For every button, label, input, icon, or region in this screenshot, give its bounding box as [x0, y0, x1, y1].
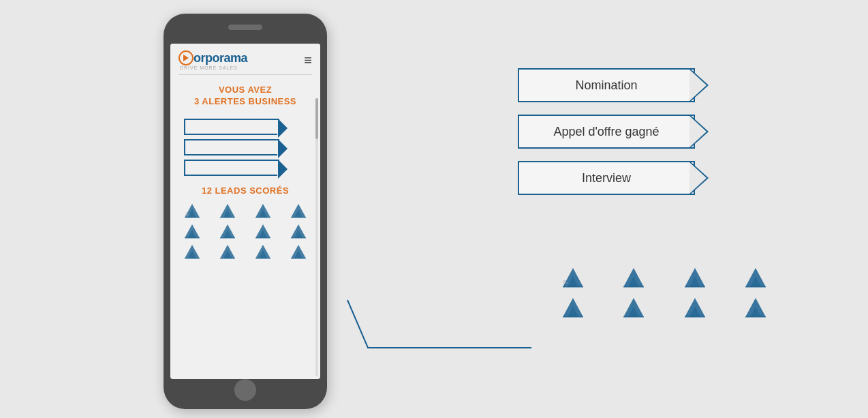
label-appel[interactable]: Appel d'offre gagné: [518, 115, 709, 149]
right-lead-icon-2: [606, 266, 662, 290]
phone-screen: orporama DRIVE MORE SALES ≡ VOUS AVEZ 3 …: [170, 44, 320, 379]
right-panel: Nomination Appel d'offre gagné Interview: [518, 68, 736, 215]
label-appel-shape: Appel d'offre gagné: [518, 115, 695, 149]
label-interview-arrow-inner: [689, 162, 707, 194]
lead-icon-8: [282, 223, 315, 241]
svg-rect-37: [291, 258, 306, 259]
badge-shape-inner-3: [277, 161, 285, 177]
right-lead-icon-8: [728, 296, 784, 320]
right-leads-grid: [545, 266, 784, 320]
hamburger-menu-icon[interactable]: ≡: [304, 53, 312, 68]
label-interview[interactable]: Interview: [518, 161, 709, 195]
phone-speaker: [228, 25, 262, 30]
badge-item-2[interactable]: [184, 139, 307, 155]
label-appel-text: Appel d'offre gagné: [553, 125, 659, 139]
right-lead-icon-6: [606, 296, 662, 320]
svg-rect-57: [623, 316, 644, 318]
alerts-line1: VOUS AVEZ: [177, 85, 313, 96]
alerts-title: VOUS AVEZ 3 ALERTES BUSINESS: [177, 85, 313, 108]
svg-rect-48: [685, 286, 705, 288]
badge-shape-2: [184, 139, 279, 155]
label-interview-shape: Interview: [518, 161, 695, 195]
lead-icon-9: [176, 243, 208, 261]
lead-icon-2: [211, 203, 244, 220]
phone-body: orporama DRIVE MORE SALES ≡ VOUS AVEZ 3 …: [164, 14, 327, 409]
lead-icon-10: [211, 243, 244, 261]
lead-icon-5: [176, 223, 208, 241]
label-nomination-arrow-inner: [689, 70, 707, 101]
svg-rect-2: [185, 217, 200, 218]
svg-rect-22: [255, 237, 270, 239]
lead-icon-3: [247, 203, 279, 220]
screen-scrollbar-thumb: [315, 98, 318, 139]
svg-rect-25: [291, 237, 306, 239]
lead-icon-6: [211, 223, 244, 241]
svg-rect-13: [291, 217, 306, 218]
badge-shape-1: [184, 119, 279, 135]
svg-rect-19: [220, 237, 235, 239]
badge-item-1[interactable]: [184, 119, 307, 135]
alerts-section: VOUS AVEZ 3 ALERTES BUSINESS: [170, 75, 320, 113]
badge-shape-inner-1: [277, 120, 285, 136]
lead-icon-7: [247, 223, 279, 241]
svg-rect-16: [185, 237, 200, 239]
right-lead-icon-1: [545, 266, 601, 290]
svg-rect-60: [685, 316, 705, 318]
label-nomination-shape: Nomination: [518, 68, 695, 102]
badge-shape-inner-2: [277, 140, 285, 157]
alert-badges: [170, 113, 320, 181]
lead-icon-4: [282, 203, 315, 220]
svg-rect-7: [220, 217, 235, 218]
logo-circle-icon: [179, 50, 193, 65]
lead-icon-11: [247, 243, 279, 261]
svg-rect-51: [745, 286, 766, 288]
right-lead-icon-7: [667, 296, 723, 320]
phone-mockup: orporama DRIVE MORE SALES ≡ VOUS AVEZ 3 …: [164, 14, 327, 409]
label-nomination-text: Nomination: [575, 78, 637, 93]
svg-rect-40: [563, 286, 583, 288]
logo-tagline: DRIVE MORE SALES: [179, 65, 238, 70]
svg-rect-34: [255, 258, 270, 259]
leads-grid: [170, 198, 320, 265]
lead-icon-1: [176, 203, 208, 220]
right-lead-icon-4: [728, 266, 784, 290]
screen-header: orporama DRIVE MORE SALES ≡: [170, 44, 320, 74]
logo-main: orporama: [179, 50, 247, 65]
logo-text: orporama: [193, 51, 247, 65]
label-appel-arrow-inner: [689, 116, 707, 147]
svg-rect-10: [255, 217, 270, 218]
logo: orporama DRIVE MORE SALES: [179, 50, 247, 70]
badge-shape-3: [184, 160, 279, 176]
badge-item-3[interactable]: [184, 160, 307, 176]
svg-rect-54: [563, 316, 583, 318]
phone-home-button: [234, 379, 256, 401]
svg-rect-63: [745, 316, 766, 318]
lead-icon-12: [282, 243, 315, 261]
svg-rect-28: [185, 258, 200, 259]
right-lead-icon-3: [667, 266, 723, 290]
svg-rect-45: [623, 286, 644, 288]
leads-title: 12 LEADS SCORÉS: [177, 185, 313, 196]
svg-rect-31: [220, 258, 235, 259]
leads-section: 12 LEADS SCORÉS: [170, 181, 320, 198]
label-interview-text: Interview: [582, 171, 631, 185]
alerts-line2: 3 ALERTES BUSINESS: [177, 96, 313, 108]
right-lead-icon-5: [545, 296, 601, 320]
label-nomination[interactable]: Nomination: [518, 68, 709, 102]
label-badges: Nomination Appel d'offre gagné Interview: [518, 68, 736, 195]
